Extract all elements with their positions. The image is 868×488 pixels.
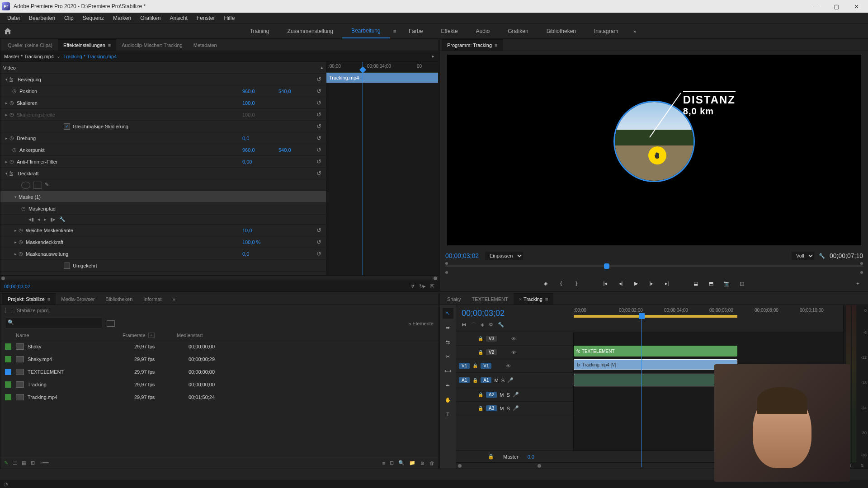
deckkraft-section[interactable]: ▾ fx Deckkraft ↺ xyxy=(0,168,326,179)
lift-icon[interactable]: ⬓ xyxy=(690,278,701,289)
track-forward-icon[interactable]: ▸ xyxy=(44,216,47,222)
zoom-dot-right[interactable] xyxy=(860,271,863,274)
fx-badge-icon[interactable]: fx xyxy=(9,77,18,82)
project-item[interactable]: Shaky.mp4 29,97 fps 00;00;00;29 xyxy=(0,353,438,366)
lock-icon[interactable]: 🔒 xyxy=(478,350,483,355)
linked-selection-icon[interactable]: ⌒ xyxy=(471,322,476,328)
clip-tracking-video[interactable]: fxTracking.mp4 [V] xyxy=(574,359,737,370)
lock-icon[interactable]: 🔒 xyxy=(478,392,483,397)
tab-seq-shaky[interactable]: Shaky xyxy=(442,293,467,305)
automate-icon[interactable]: ⊡ xyxy=(390,460,394,466)
project-item[interactable]: Tracking.mp4 29,97 fps 00;01;50;24 xyxy=(0,391,438,404)
stopwatch-icon[interactable]: ◷ xyxy=(21,206,28,211)
twisty-icon[interactable]: ▸ xyxy=(12,240,19,244)
project-item[interactable]: TEXTELEMENT 29,97 fps 00;00;00;00 xyxy=(0,366,438,378)
program-zoom-bar[interactable] xyxy=(445,270,863,275)
twisty-icon[interactable]: ▾ xyxy=(3,77,9,82)
reset-icon[interactable]: ↺ xyxy=(315,250,323,257)
mute-icon[interactable]: M xyxy=(494,378,498,383)
ellipse-mask-tool[interactable] xyxy=(21,182,30,189)
color-label[interactable] xyxy=(5,343,11,350)
ausweitung-value[interactable]: 0,0 xyxy=(242,251,278,257)
lock-icon[interactable]: 🔒 xyxy=(488,454,494,460)
maskendeckkraft-value[interactable]: 100,0 % xyxy=(242,239,278,245)
tab-seq-textelement[interactable]: TEXTELEMENT xyxy=(467,293,514,305)
menu-sequenz[interactable]: Sequenz xyxy=(78,15,108,21)
stopwatch-icon[interactable]: ◷ xyxy=(9,135,17,141)
hand-tool[interactable]: ✋ xyxy=(443,394,453,405)
workspace-instagram[interactable]: Instagram xyxy=(585,23,627,38)
comparison-icon[interactable]: ◫ xyxy=(736,278,747,289)
ec-clip-label[interactable]: Tracking * Tracking.mp4 xyxy=(63,54,117,59)
master-value[interactable]: 0,0 xyxy=(528,454,534,460)
goto-in-icon[interactable]: |◂ xyxy=(600,278,611,289)
col-name[interactable]: Name xyxy=(5,333,123,338)
mic-icon[interactable]: 🎤 xyxy=(513,392,519,398)
stopwatch-icon[interactable]: ◷ xyxy=(12,88,19,94)
settings-icon[interactable]: ⚙ xyxy=(489,322,493,328)
step-back-icon[interactable]: ◂| xyxy=(615,278,626,289)
ec-scrub-bar[interactable] xyxy=(0,275,438,281)
reset-icon[interactable]: ↺ xyxy=(315,170,323,177)
color-label[interactable] xyxy=(5,394,11,400)
workspace-bearbeitung[interactable]: Bearbeitung xyxy=(342,23,390,38)
menu-ansicht[interactable]: Ansicht xyxy=(165,15,192,21)
sort-asc-icon[interactable]: ^ xyxy=(148,333,155,338)
reset-icon[interactable]: ↺ xyxy=(315,146,323,153)
zoom-select[interactable]: Einpassen xyxy=(485,252,523,260)
eye-icon[interactable]: 👁 xyxy=(506,363,511,369)
reset-icon[interactable]: ↺ xyxy=(315,239,323,245)
marker-icon[interactable]: ◈ xyxy=(540,278,551,289)
scrub-dot-right[interactable] xyxy=(860,262,863,265)
tab-audio-mixer[interactable]: Audioclip-Mischer: Tracking xyxy=(116,39,188,51)
home-button[interactable] xyxy=(0,23,15,39)
new-item-icon[interactable]: 🗎 xyxy=(420,460,425,466)
tab-program[interactable]: Programm: Tracking≡ xyxy=(442,39,503,51)
project-search-input[interactable] xyxy=(5,318,102,329)
reset-icon[interactable]: ↺ xyxy=(315,88,323,94)
twisty-icon[interactable]: ▸ xyxy=(3,101,9,105)
add-button-icon[interactable]: ＋ xyxy=(852,278,863,289)
color-label[interactable] xyxy=(5,369,11,375)
twisty-icon[interactable]: ▸ xyxy=(3,136,9,141)
track-header-a3[interactable]: 🔒 A3 M S 🎤 xyxy=(456,402,573,415)
menu-marken[interactable]: Marken xyxy=(108,15,136,21)
twisty-icon[interactable]: ▸ xyxy=(3,160,9,164)
menu-hilfe[interactable]: Hilfe xyxy=(220,15,240,21)
lock-icon[interactable]: 🔒 xyxy=(472,363,478,368)
drehung-value[interactable]: 0,0 xyxy=(242,136,278,141)
stopwatch-icon[interactable]: ◷ xyxy=(19,227,26,233)
collapse-icon[interactable]: ▴ xyxy=(321,65,323,70)
reset-icon[interactable]: ↺ xyxy=(315,123,323,130)
type-tool[interactable]: T xyxy=(443,409,453,420)
solo-icon[interactable]: S xyxy=(501,378,505,383)
twisty-icon[interactable]: ▾ xyxy=(12,195,19,199)
workspace-menu-icon[interactable]: ≡ xyxy=(390,28,400,34)
export-icon[interactable]: ⇱ xyxy=(430,283,434,289)
trash-icon[interactable]: 🗑 xyxy=(429,460,434,466)
close-button[interactable]: ✕ xyxy=(846,0,866,13)
timeline-timecode[interactable]: 00;00;03;02 xyxy=(462,309,568,318)
tab-seq-tracking[interactable]: ×Tracking≡ xyxy=(514,293,554,305)
out-point-icon[interactable]: } xyxy=(571,278,582,289)
panel-menu-icon[interactable]: ≡ xyxy=(108,42,111,48)
anker-y[interactable]: 540,0 xyxy=(278,147,315,153)
uniform-checkbox[interactable]: ✓ xyxy=(64,123,70,130)
workspace-overflow[interactable]: » xyxy=(627,28,642,34)
play-button[interactable]: ▶ xyxy=(631,278,642,289)
track-header-v1[interactable]: V1 🔒 V1 👁 xyxy=(456,359,573,373)
scrub-handle-left[interactable] xyxy=(1,277,5,280)
wrench-icon[interactable]: 🔧 xyxy=(819,253,825,259)
eye-icon[interactable]: 👁 xyxy=(511,336,516,342)
col-medienstart[interactable]: Medienstart xyxy=(177,333,231,338)
snap-icon[interactable]: ⧓ xyxy=(462,322,467,328)
position-y[interactable]: 540,0 xyxy=(278,89,315,94)
zoom-handle-right[interactable] xyxy=(538,464,541,468)
track-backward-one-icon[interactable]: ◂▮ xyxy=(28,216,34,222)
mute-icon[interactable]: M xyxy=(500,406,504,411)
clip-tracking-audio[interactable] xyxy=(574,374,737,386)
find-icon[interactable]: 🔍 xyxy=(398,460,405,466)
stopwatch-icon[interactable]: ◷ xyxy=(9,100,17,106)
filter-icon[interactable]: ⧩ xyxy=(410,283,415,289)
panel-menu-icon[interactable]: ≡ xyxy=(545,296,548,302)
